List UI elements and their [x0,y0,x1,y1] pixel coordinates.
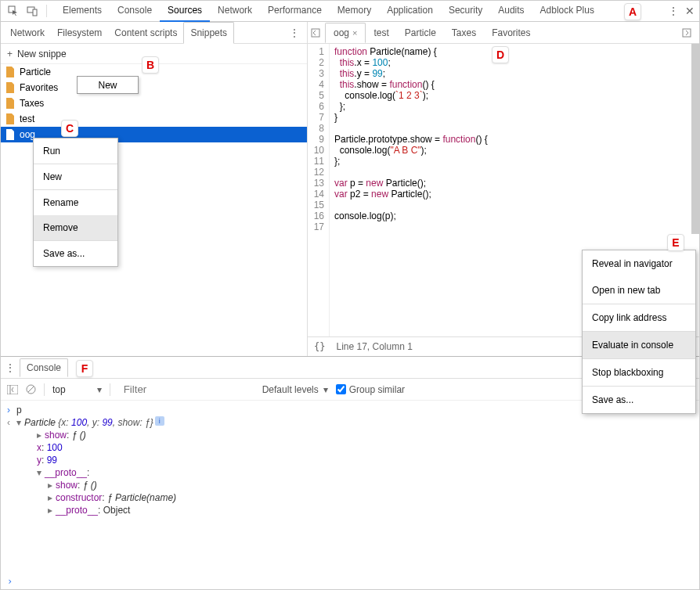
expand-icon[interactable]: ▾ [37,466,45,479]
clear-console-icon[interactable] [26,384,36,394]
marker-d: D [492,46,509,63]
file-icon [5,82,15,93]
tab-security[interactable]: Security [441,0,490,22]
chevron-down-icon: ▾ [323,384,328,395]
menu-rename[interactable]: Rename [34,190,117,215]
log-levels-selector[interactable]: Default levels ▾ [262,384,328,395]
context-selector[interactable]: top ▾ [52,384,102,395]
navtab-network[interactable]: Network [4,23,51,43]
tab-memory[interactable]: Memory [330,0,379,22]
marker-f: F [76,360,93,377]
tab-application[interactable]: Application [379,0,441,22]
tab-network[interactable]: Network [210,0,260,22]
console-prompt[interactable]: › [1,574,699,588]
tab-elements[interactable]: Elements [55,0,110,22]
close-icon[interactable]: × [352,28,357,38]
menu-save-as[interactable]: Save as... [583,387,695,413]
group-similar-checkbox[interactable]: Group similar [336,384,405,395]
console-filter-input[interactable] [118,380,251,398]
object-prop[interactable]: ▾__proto__: [7,466,693,479]
object-prop[interactable]: ▸constructor: ƒ Particle(name) [7,491,693,504]
svg-line-8 [28,387,34,392]
navtab-more-icon[interactable]: ⋮ [285,27,304,38]
object-prop[interactable]: ▸show: ƒ () [7,479,693,491]
file-icon [5,98,15,109]
info-badge-icon[interactable]: i [155,416,164,426]
group-similar-label: Group similar [349,384,405,395]
snippet-item[interactable]: Favorites [1,80,307,95]
file-icon [5,67,15,77]
editor-tab-label: oog [334,27,349,38]
input-caret-icon: › [7,404,16,416]
tab-audits[interactable]: Audits [490,0,532,22]
tab-adblock-plus[interactable]: Adblock Plus [532,0,602,22]
snippet-item[interactable]: test [1,111,307,127]
navtab-filesystem[interactable]: Filesystem [51,23,108,43]
file-icon [5,129,15,140]
expand-icon[interactable]: ▸ [48,491,56,504]
menu-evaluate-console[interactable]: Evaluate in console [583,332,695,358]
svg-rect-4 [683,29,691,37]
svg-rect-2 [33,9,37,16]
menu-open-new-tab[interactable]: Open in new tab [583,277,695,304]
expand-icon[interactable]: ▸ [48,504,56,516]
tab-sources[interactable]: Sources [160,0,210,22]
expand-icon[interactable]: ▾ [16,416,24,429]
console-output[interactable]: ›p ‹▾Particle {x: 100, y: 99, show: ƒ} i… [1,401,699,574]
menu-reveal-navigator[interactable]: Reveal in navigator [583,250,695,277]
menu-new[interactable]: New [34,164,117,189]
tab-console[interactable]: Console [110,0,160,22]
snippet-name: Particle [20,67,51,77]
line-gutter: 1234567891011121314151617 [308,44,330,336]
object-prop[interactable]: ▸show: ƒ () [7,429,693,441]
more-icon[interactable]: ⋮ [668,5,679,17]
new-snippet-label: New snippe [17,49,67,59]
editor-tab-favorites[interactable]: Favorites [484,23,538,42]
editor-nav-left-icon[interactable] [311,28,325,38]
menu-copy-link[interactable]: Copy link address [583,304,695,331]
context-label: top [52,384,66,395]
editor-tabs: oog × test Particle Taxes Favorites [308,22,699,44]
object-header[interactable]: Particle {x: 100, y: 99, show: ƒ} [24,416,153,429]
scrollbar[interactable] [691,44,699,234]
object-prop: y: 99 [7,454,693,466]
expand-icon[interactable]: ▸ [48,479,56,491]
drawer-more-icon[interactable]: ⋮ [5,362,15,373]
editor-tab-test[interactable]: test [366,23,396,42]
inspect-icon[interactable] [5,3,21,19]
tab-performance[interactable]: Performance [260,0,330,22]
snippet-name: Taxes [20,98,44,109]
menu-save-as[interactable]: Save as... [34,241,117,266]
editor-tab-particle[interactable]: Particle [397,23,444,42]
editor-tab-oog[interactable]: oog × [325,23,366,43]
close-icon[interactable]: ✕ [685,5,695,17]
expand-icon[interactable]: ▸ [37,429,45,441]
menu-remove[interactable]: Remove [34,215,117,240]
pretty-print-icon[interactable]: {} [314,341,325,352]
menu-stop-blackboxing[interactable]: Stop blackboxing [583,359,695,386]
svg-rect-5 [7,385,18,394]
snippet-context-menu: Run New Rename Remove Save as... [33,138,118,267]
drawer-tab-console[interactable]: Console [20,358,68,377]
snippet-name: test [20,113,34,124]
object-prop[interactable]: ▸__proto__: Object [7,504,693,516]
output-caret-icon: ‹ [7,416,16,429]
editor-context-menu: Reveal in navigator Open in new tab Copy… [582,250,696,414]
separator [110,383,110,396]
navtab-snippets[interactable]: Snippets [183,22,234,44]
menu-run[interactable]: Run [34,139,117,164]
console-input-echo: p [16,404,22,416]
snippet-item[interactable]: Taxes [1,95,307,111]
marker-b: B [142,56,159,74]
navigator-tabs: Network Filesystem Content scripts Snipp… [1,22,307,44]
editor-nav-right-icon[interactable] [682,28,696,38]
navtab-content-scripts[interactable]: Content scripts [108,23,183,43]
object-prop: x: 100 [7,441,693,454]
chevron-down-icon: ▾ [97,384,102,395]
checkbox[interactable] [336,384,346,394]
editor-tab-taxes[interactable]: Taxes [444,23,484,42]
file-icon [5,113,15,124]
device-toggle-icon[interactable] [24,3,40,19]
marker-e: E [667,234,684,251]
console-sidebar-toggle-icon[interactable] [7,385,18,394]
